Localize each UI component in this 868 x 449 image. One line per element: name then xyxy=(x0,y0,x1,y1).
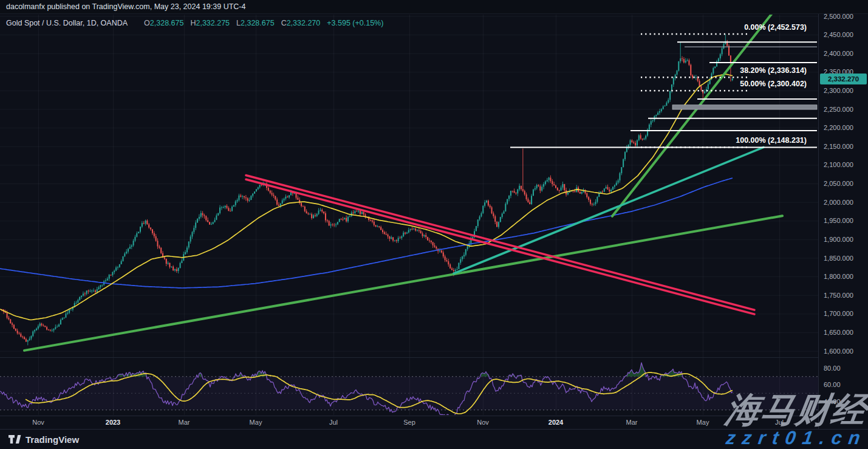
last-price-badge: 2,332.270 xyxy=(820,74,867,84)
ohlc-key: L xyxy=(236,19,241,27)
ohlc-value: 2,328.675 xyxy=(241,19,275,27)
symbol-title[interactable]: Gold Spot / U.S. Dollar, 1D, OANDA xyxy=(6,19,128,27)
tradingview-published-chart: dacolmanfx published on TradingView.com,… xyxy=(0,0,868,449)
ohlc-key: O xyxy=(144,19,150,27)
price-tick-label: 1,850.000 xyxy=(824,255,853,262)
price-tick-label: 2,450.000 xyxy=(824,31,853,38)
footer-bar: TradingView xyxy=(0,429,868,449)
price-tick-label: 1,600.000 xyxy=(824,348,853,355)
time-tick-label: 2023 xyxy=(106,419,120,426)
price-tick-label: 2,200.000 xyxy=(824,124,853,131)
time-tick-label: May xyxy=(697,419,709,426)
ohlc-value: 2,328.675 xyxy=(150,19,184,27)
time-tick-label: Jul xyxy=(775,419,784,426)
ohlc-key: C xyxy=(281,19,287,27)
price-tick-label: 2,050.000 xyxy=(824,180,853,187)
price-tick-label: 1,900.000 xyxy=(824,236,853,243)
change-value: +3.595 (+0.15%) xyxy=(327,19,383,27)
price-axis[interactable]: 2,500.0002,450.0002,400.0002,350.0002,30… xyxy=(818,0,868,429)
rsi-tick-label: 80.00 xyxy=(824,365,841,372)
trendline-downtrend-lower xyxy=(246,179,754,314)
time-axis[interactable]: Nov2023MarMayJulSepNov2024MarMayJul xyxy=(0,416,818,430)
time-tick-label: Jul xyxy=(329,419,338,426)
time-tick-label: Sep xyxy=(403,419,415,426)
fib-label: 0.00% (2,452.573) xyxy=(744,23,807,32)
publish-info-text: dacolmanfx published on TradingView.com,… xyxy=(6,2,245,11)
ohlc-values: O2,328.675H2,332.275L2,328.675C2,332.270 xyxy=(137,19,320,27)
time-tick-label: 2024 xyxy=(548,419,563,426)
price-tick-label: 1,700.000 xyxy=(824,310,853,317)
chart-canvas[interactable] xyxy=(0,0,818,429)
publish-header: dacolmanfx published on TradingView.com,… xyxy=(0,0,868,14)
symbol-legend: Gold Spot / U.S. Dollar, 1D, OANDAO2,328… xyxy=(6,19,383,27)
rsi-tick-label: 40.00 xyxy=(824,398,841,405)
rsi-tick-label: 60.00 xyxy=(824,381,841,388)
tradingview-logo[interactable]: TradingView xyxy=(9,434,79,445)
price-tick-label: 1,750.000 xyxy=(824,292,853,299)
fib-label: 38.20% (2,336.314) xyxy=(740,66,807,75)
tradingview-logo-icon xyxy=(9,435,21,444)
fib-label: 100.00% (2,148.231) xyxy=(736,136,807,145)
fib-label: 50.00% (2,300.402) xyxy=(740,80,807,88)
time-tick-label: Mar xyxy=(179,419,190,426)
trendline-downtrend-upper xyxy=(246,175,754,310)
price-tick-label: 1,950.000 xyxy=(824,217,853,224)
price-tick-label: 1,650.000 xyxy=(824,329,853,336)
price-tick-label: 2,150.000 xyxy=(824,143,853,150)
ohlc-value: 2,332.275 xyxy=(196,19,230,27)
time-tick-label: Mar xyxy=(626,419,638,426)
ohlc-value: 2,332.270 xyxy=(287,19,321,27)
price-tick-label: 2,300.000 xyxy=(824,87,853,94)
trendline-steep-uptrend xyxy=(612,13,772,216)
price-tick-label: 2,250.000 xyxy=(824,106,853,113)
price-tick-label: 2,000.000 xyxy=(824,199,853,206)
time-tick-label: Nov xyxy=(477,419,489,426)
tradingview-logo-text: TradingView xyxy=(26,434,79,445)
price-tick-label: 1,800.000 xyxy=(824,273,853,280)
time-tick-label: Nov xyxy=(32,419,44,426)
time-tick-label: May xyxy=(250,419,262,426)
trendline-teal-uptrend xyxy=(454,147,764,273)
price-tick-label: 2,400.000 xyxy=(824,50,853,57)
price-tick-label: 2,100.000 xyxy=(824,161,853,168)
